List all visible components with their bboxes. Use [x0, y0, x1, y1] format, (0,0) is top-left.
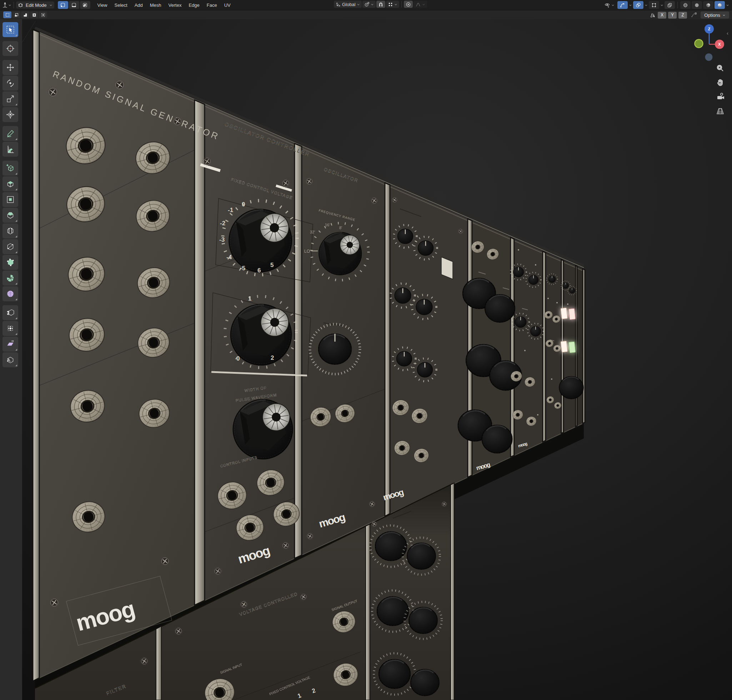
gizmo-y-axis[interactable] — [695, 40, 703, 48]
subtool-indicator — [15, 299, 17, 300]
subtool-indicator — [15, 138, 17, 140]
tool-select-box[interactable] — [3, 22, 18, 37]
subtool-indicator — [15, 317, 17, 319]
menu-uv[interactable]: UV — [221, 2, 234, 9]
svg-text:1: 1 — [248, 295, 251, 302]
select-intersect-icon — [41, 12, 46, 18]
menu-mesh[interactable]: Mesh — [146, 2, 165, 9]
select-mode-extend-button[interactable] — [12, 12, 21, 18]
menu-vertex[interactable]: Vertex — [165, 2, 185, 9]
subtool-indicator — [15, 251, 17, 253]
measure-icon — [6, 144, 15, 154]
shading-group-button[interactable] — [664, 1, 675, 9]
proportional-editing-toggle[interactable] — [404, 1, 413, 8]
mirror-y-button[interactable]: Y — [668, 12, 677, 19]
select-mode-intersect-button[interactable] — [39, 12, 47, 18]
chevron-down-icon[interactable] — [726, 4, 729, 7]
sidebar-collapse-arrow[interactable]: ‹ — [727, 30, 728, 36]
tool-spin[interactable] — [3, 271, 18, 285]
menu-add[interactable]: Add — [131, 2, 146, 9]
menu-edge[interactable]: Edge — [185, 2, 203, 9]
visibility-dropdown[interactable] — [602, 1, 616, 9]
pan-button[interactable] — [714, 77, 726, 88]
editor-type-button[interactable] — [2, 2, 12, 8]
menu-view[interactable]: View — [94, 2, 111, 9]
tool-shrink-fatten[interactable] — [3, 321, 18, 336]
snap-to-icon — [388, 2, 393, 7]
menu-face[interactable]: Face — [203, 2, 221, 9]
chevron-down-icon[interactable] — [645, 4, 648, 7]
divider — [13, 2, 14, 8]
shading-solid-button[interactable] — [692, 1, 702, 9]
chevron-down-icon[interactable] — [660, 4, 663, 7]
tool-smooth[interactable] — [3, 286, 18, 301]
tool-poly-build[interactable] — [3, 255, 18, 270]
face-select-mode-button[interactable] — [80, 1, 90, 9]
subtool-indicator — [15, 220, 17, 222]
menu-select[interactable]: Select — [111, 2, 131, 9]
rip-region-icon — [6, 355, 15, 365]
pivot-point-dropdown[interactable] — [362, 1, 376, 8]
transform-orientation-dropdown[interactable]: Global — [334, 1, 362, 8]
grid-perspective-button[interactable] — [714, 106, 726, 116]
tool-cursor[interactable] — [3, 41, 18, 56]
tool-bevel[interactable] — [3, 208, 18, 223]
shear-icon — [6, 340, 15, 349]
tool-shear[interactable] — [3, 337, 18, 351]
tool-settings-bar: X Y Z Options — [0, 10, 732, 19]
select-mode-subtract-button[interactable] — [21, 12, 29, 18]
overlays-toggle[interactable] — [633, 1, 644, 9]
tool-annotate[interactable] — [3, 126, 18, 141]
navigation-gizmo[interactable]: Z X — [688, 19, 731, 65]
svg-text:8': 8' — [339, 226, 342, 230]
tool-measure[interactable] — [3, 142, 18, 157]
chevron-down-icon[interactable] — [629, 4, 632, 7]
vertex-select-mode-button[interactable] — [58, 1, 68, 9]
mirror-z-button[interactable]: Z — [679, 12, 687, 19]
gizmo-x-label: X — [718, 42, 721, 46]
tool-rip-region[interactable] — [3, 352, 18, 367]
select-mode-invert-button[interactable] — [30, 12, 38, 18]
tool-inset-faces[interactable] — [3, 192, 18, 207]
gizmo-z-label: Z — [708, 27, 711, 31]
magnet-icon — [378, 2, 383, 7]
gizmo-negative-axis[interactable] — [705, 53, 713, 61]
snap-toggle[interactable] — [376, 1, 385, 8]
tool-rotate[interactable] — [3, 76, 18, 91]
mode-dropdown[interactable]: Edit Mode — [16, 1, 54, 9]
tool-add-cube[interactable] — [3, 160, 18, 176]
mirror-icon[interactable] — [650, 12, 656, 18]
zoom-button[interactable] — [714, 63, 726, 74]
viewport-3d[interactable]: RANDOM SIGNAL GENERATOR moog — [0, 0, 732, 700]
tool-extrude-region[interactable] — [3, 176, 18, 191]
shading-material-button[interactable] — [703, 1, 713, 9]
camera-view-button[interactable] — [714, 91, 726, 102]
shading-wireframe-button[interactable] — [680, 1, 691, 9]
tool-scale[interactable] — [3, 91, 18, 106]
tool-loop-cut[interactable] — [3, 224, 18, 238]
pivot-point-icon — [364, 2, 370, 7]
gizmos-toggle[interactable] — [617, 1, 628, 9]
shading-rendered-button[interactable] — [714, 1, 725, 9]
vertex-select-icon — [60, 2, 66, 8]
mirror-x-button[interactable]: X — [658, 12, 666, 19]
tool-transform[interactable] — [3, 107, 18, 122]
edge-select-mode-button[interactable] — [69, 1, 79, 9]
snap-target-dropdown[interactable] — [386, 1, 399, 8]
tool-move[interactable] — [3, 60, 18, 75]
proportional-falloff-dropdown[interactable] — [414, 1, 427, 8]
subtool-indicator — [15, 333, 17, 335]
move-icon — [6, 63, 15, 72]
mode-label: Edit Mode — [24, 3, 48, 8]
add-cube-icon — [6, 163, 15, 173]
subtool-indicator — [15, 365, 17, 366]
tool-knife[interactable] — [3, 239, 18, 254]
select-mode-set-button[interactable] — [3, 12, 12, 18]
divider — [678, 2, 678, 8]
snap-base-icon[interactable] — [690, 12, 697, 18]
grid-icon — [716, 107, 725, 115]
tool-edge-slide[interactable] — [3, 305, 18, 320]
xray-toggle[interactable] — [649, 1, 659, 9]
cursor-icon — [6, 44, 15, 53]
options-dropdown[interactable]: Options — [701, 12, 729, 19]
